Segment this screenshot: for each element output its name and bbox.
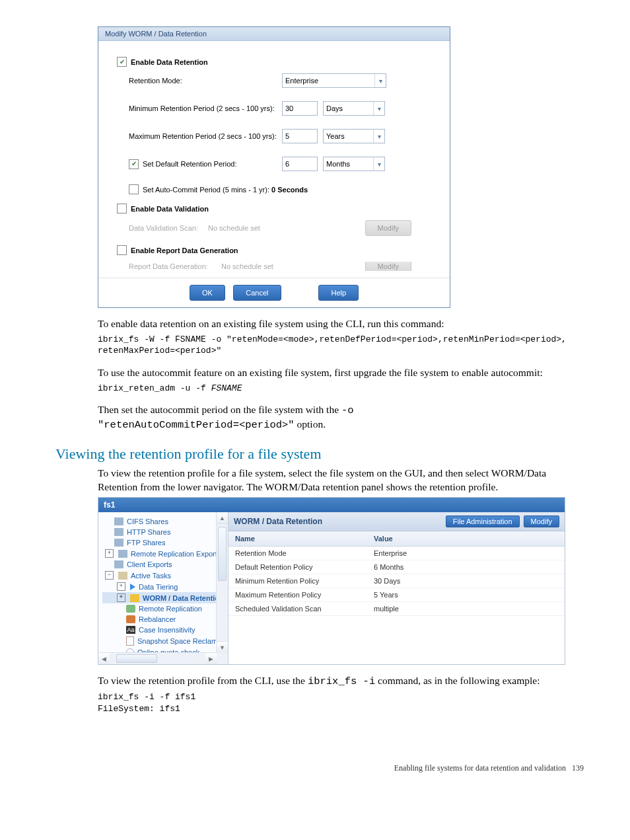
min-period-unit-value: Days [326,104,343,112]
default-period-input[interactable]: 6 [282,157,318,171]
max-period-input[interactable]: 5 [282,129,318,143]
worm-retention-panel: fs1 CIFS Shares HTTP Shares FTP Shares +… [98,497,565,665]
table-row: Scheduled Validation Scanmultiple [228,602,565,616]
navigator-tree: CIFS Shares HTTP Shares FTP Shares +Remo… [98,512,228,664]
expand-icon[interactable]: + [105,549,114,558]
replication-icon [126,605,135,613]
max-period-label: Maximum Retention Period (2 secs - 100 y… [129,132,282,140]
retention-mode-select[interactable]: Enterprise ▾ [282,73,386,88]
share-icon [114,560,123,568]
autocommit-label: Set Auto-Commit Period (5 mins - 1 yr): [143,186,269,194]
tasks-icon [118,572,127,580]
doc-paragraph: To enable data retention on an existing … [98,317,584,331]
table-row: Retention ModeEnterprise [228,547,565,560]
min-period-input[interactable]: 30 [282,101,318,116]
panel-fs-name: fs1 [98,498,565,512]
scroll-down-icon[interactable]: ▼ [217,641,228,653]
modify-validation-button: Modify [365,220,411,236]
min-period-unit-select[interactable]: Days ▾ [323,101,385,116]
expand-icon[interactable]: + [117,593,125,602]
doc-paragraph: To use the autocommit feature on an exis… [98,366,584,380]
rebalancer-icon [126,615,135,623]
scroll-up-icon[interactable]: ▲ [217,512,228,524]
autocommit-display: 0 Seconds [271,186,308,194]
table-row: Default Retention Policy6 Months [228,560,565,574]
share-icon [118,550,127,558]
chevron-down-icon: ▾ [373,102,384,115]
code-block: ibrix_reten_adm -u -f FSNAME [98,383,584,395]
help-button[interactable]: Help [318,285,359,301]
page-footer: Enabling file systems for data retention… [0,763,584,773]
collapse-icon[interactable]: − [105,571,114,580]
default-period-checkbox[interactable] [129,159,139,169]
horizontal-scrollbar[interactable]: ◀ ▶ [98,652,217,664]
hscroll-thumb[interactable] [116,654,157,663]
default-period-unit-value: Months [326,160,350,168]
retention-mode-value: Enterprise [285,77,318,85]
share-icon [114,517,123,525]
report-scan-value: No schedule set [221,262,287,270]
doc-paragraph: To view the retention profile from the C… [98,674,584,689]
nav-item-case-insensitivity[interactable]: AaCase Insensitivity [102,625,228,635]
nav-item-http-shares[interactable]: HTTP Shares [102,527,228,537]
enable-validation-label: Enable Data Validation [131,205,209,213]
nav-item-remote-replication[interactable]: Remote Replication [102,603,228,614]
table-row: Maximum Retention Policy5 Years [228,588,565,602]
worm-icon [130,594,139,602]
chevron-down-icon: ▾ [373,157,384,171]
enable-retention-label: Enable Data Retention [131,58,208,66]
scroll-left-icon[interactable]: ◀ [98,653,110,664]
validation-scan-label: Data Validation Scan: [129,224,208,232]
chevron-down-icon: ▾ [374,74,386,87]
nav-item-ftp-shares[interactable]: FTP Shares [102,537,228,548]
max-period-unit-select[interactable]: Years ▾ [323,129,385,143]
col-header-value: Value [367,531,565,546]
min-period-label: Minimum Retention Period (2 secs - 100 y… [129,104,282,112]
nav-item-worm-data-retention[interactable]: +WORM / Data Retention [102,592,228,603]
enable-report-label: Enable Report Data Generation [131,247,238,254]
autocommit-checkbox[interactable] [129,184,139,194]
nav-item-cifs-shares[interactable]: CIFS Shares [102,516,228,527]
max-period-unit-value: Years [326,132,345,140]
ok-button[interactable]: OK [190,285,225,301]
scroll-thumb[interactable] [218,527,227,581]
share-icon [114,539,123,547]
vertical-scrollbar[interactable]: ▲ ▼ [216,512,228,664]
expand-icon[interactable]: + [117,582,125,591]
doc-paragraph: Then set the autocommit period on the fi… [98,403,584,432]
validation-scan-value: No schedule set [208,224,287,232]
nav-item-remote-replication-exports[interactable]: +Remote Replication Exports [102,548,228,559]
default-period-label: Set Default Retention Period: [143,160,236,168]
nav-item-snapshot-space-reclama[interactable]: Snapshot Space Reclama [102,635,228,647]
file-administration-button[interactable]: File Administration [446,515,520,527]
nav-item-data-tiering[interactable]: +Data Tiering [102,581,228,592]
code-block: ibrix_fs -i -f ifs1 FileSystem: ifs1 [98,691,584,714]
table-row: Minimum Retention Policy30 Days [228,574,565,588]
share-icon [114,528,123,536]
panel-title: WORM / Data Retention [234,517,442,526]
chevron-down-icon: ▾ [373,130,384,143]
modify-worm-dialog: Modify WORM / Data Retention Enable Data… [98,26,450,308]
grid-header: Name Value [228,531,565,547]
scroll-right-icon[interactable]: ▶ [205,653,217,664]
modify-report-button: Modify [365,262,411,271]
code-block: ibrix_fs -W -f FSNAME -o "retenMode=<mod… [98,334,584,357]
retention-mode-label: Retention Mode: [129,77,282,85]
arrow-icon [130,584,135,590]
case-icon: Aa [126,626,135,634]
enable-retention-checkbox[interactable] [117,57,127,67]
nav-item-rebalancer[interactable]: Rebalancer [102,614,228,625]
modify-button[interactable]: Modify [524,515,559,527]
trash-icon [126,636,134,646]
default-period-unit-select[interactable]: Months ▾ [323,157,385,171]
cancel-button[interactable]: Cancel [233,285,281,301]
enable-validation-checkbox[interactable] [117,204,127,213]
nav-item-client-exports[interactable]: Client Exports [102,559,228,570]
col-header-name: Name [228,531,367,546]
report-scan-label: Report Data Generation: [129,262,221,270]
doc-paragraph: To view the retention profile for a file… [98,467,584,494]
dialog-title: Modify WORM / Data Retention [98,27,450,41]
enable-report-checkbox[interactable] [117,245,127,255]
section-heading: Viewing the retention profile for a file… [55,445,584,463]
nav-item-active-tasks[interactable]: −Active Tasks [102,570,228,581]
